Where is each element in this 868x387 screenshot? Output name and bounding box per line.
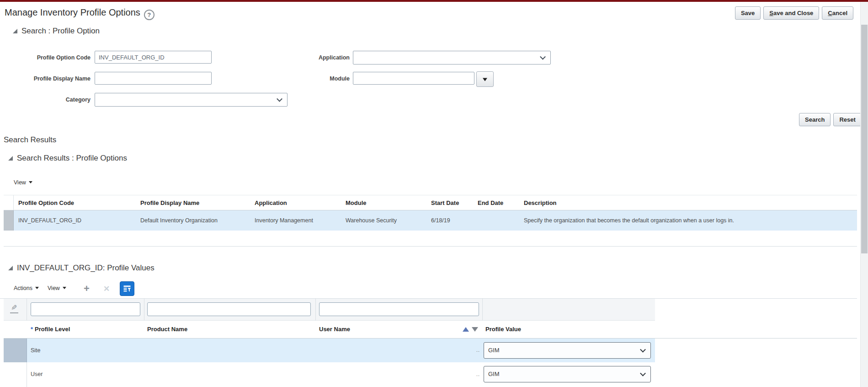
caret-down-icon	[63, 287, 66, 289]
caret-down-icon	[29, 181, 32, 183]
category-label: Category	[0, 93, 91, 107]
search-section-header: Search : Profile Option	[13, 27, 100, 36]
cell-description: Specify the organization that becomes th…	[519, 210, 857, 231]
cell-profile-option-code: INV_DEFAULT_ORG_ID	[14, 210, 136, 231]
profile-values-toolbar: Actions View + ✕	[0, 279, 857, 299]
profile-values-section-header: INV_DEFAULT_ORG_ID: Profile Values	[8, 263, 154, 273]
search-results-title: Search Results	[4, 135, 56, 145]
cell-profile-display-name: Default Inventory Organization	[136, 210, 250, 231]
pv-view-menu-label: View	[48, 285, 60, 291]
cell-start-date: 6/18/19	[426, 210, 473, 231]
results-table-header-row: Profile Option Code Profile Display Name…	[4, 195, 857, 210]
cancel-button[interactable]: Cancel	[822, 6, 853, 20]
collapse-triangle-icon[interactable]	[8, 156, 13, 161]
column-header-end-date: End Date	[473, 195, 519, 210]
profile-option-code-input[interactable]	[95, 51, 212, 64]
cell-end-date	[473, 210, 519, 231]
collapse-triangle-icon[interactable]	[13, 29, 17, 33]
vertical-scrollbar-thumb[interactable]	[861, 25, 868, 253]
cancel-label: ancel	[832, 10, 847, 16]
truncated-ellipsis: ..	[476, 371, 480, 377]
truncated-ellipsis: ..	[476, 347, 480, 353]
cell-profile-level: User	[31, 362, 43, 386]
edit-filter-icon-underline	[10, 312, 18, 313]
row-selector-cell[interactable]	[4, 362, 27, 387]
header-actions: Save Save and Close Cancel	[735, 6, 853, 20]
profile-display-name-input[interactable]	[95, 72, 212, 85]
filter-profile-level-input[interactable]	[31, 302, 140, 316]
profile-option-code-label: Profile Option Code	[0, 51, 91, 64]
column-header-profile-option-code: Profile Option Code	[14, 195, 136, 210]
module-input[interactable]	[353, 72, 474, 85]
profile-values-header-row: *Profile Level Product Name User Name Pr…	[4, 321, 857, 339]
results-table-row-selected[interactable]: INV_DEFAULT_ORG_ID Default Inventory Org…	[4, 210, 857, 231]
profile-values-title: INV_DEFAULT_ORG_ID: Profile Values	[17, 263, 154, 272]
application-select[interactable]	[353, 51, 551, 64]
module-dropdown-button[interactable]	[476, 71, 494, 87]
cell-application: Inventory Management	[250, 210, 341, 231]
dropdown-triangle-icon	[483, 78, 487, 81]
save-and-close-button[interactable]: Save and Close	[763, 6, 819, 20]
edit-filter-icon: ✎	[11, 303, 17, 312]
add-row-icon[interactable]: +	[84, 283, 90, 295]
results-section-title: Search Results : Profile Options	[17, 154, 127, 162]
results-view-menu-label: View	[14, 179, 26, 186]
filter-user-name-input[interactable]	[319, 302, 479, 316]
results-table: Profile Option Code Profile Display Name…	[4, 195, 857, 247]
filter-product-name-input[interactable]	[147, 302, 311, 316]
results-view-menu[interactable]: View	[14, 179, 32, 186]
profile-value-selected-option: GIM	[488, 347, 500, 354]
reset-button[interactable]: Reset	[833, 113, 861, 126]
page-title-text: Manage Inventory Profile Options	[5, 7, 140, 17]
profile-value-selected-option: GIM	[488, 371, 500, 377]
profile-value-select[interactable]: GIM	[484, 342, 651, 359]
profile-value-select[interactable]: GIM	[484, 366, 651, 382]
caret-down-icon	[35, 287, 39, 289]
manage-inventory-profile-options-page: Manage Inventory Profile Options? Save S…	[0, 0, 868, 387]
profile-level-header-label: Profile Level	[35, 326, 70, 333]
application-label: Application	[299, 51, 350, 64]
cancel-accesskey: C	[828, 10, 832, 16]
column-header-profile-level: *Profile Level	[31, 321, 70, 338]
actions-menu-label: Actions	[14, 285, 32, 291]
row-selector-cell[interactable]	[4, 210, 14, 231]
cell-module: Warehouse Security	[341, 210, 426, 231]
profile-values-table: ✎ *Profile Level Product Name User Name …	[4, 299, 857, 387]
required-marker: *	[31, 326, 33, 333]
column-divider	[315, 299, 316, 320]
pv-view-menu[interactable]: View	[48, 285, 66, 291]
chevron-down-icon	[640, 371, 646, 376]
column-header-user-name: User Name	[319, 321, 350, 338]
search-form-actions: Search Reset	[799, 113, 862, 126]
help-icon[interactable]: ?	[144, 10, 154, 20]
row-selector-cell[interactable]	[4, 339, 27, 362]
column-header-profile-value: Profile Value	[485, 321, 521, 338]
search-section-title: Search : Profile Option	[21, 27, 100, 35]
column-header-module: Module	[341, 195, 426, 210]
save-button[interactable]: Save	[735, 6, 761, 20]
column-divider	[27, 299, 27, 320]
save-and-close-accesskey: S	[769, 10, 773, 16]
vertical-scrollbar-track[interactable]	[860, 2, 868, 387]
top-accent-bar	[0, 0, 868, 2]
collapse-triangle-icon[interactable]	[8, 266, 13, 270]
save-and-close-label: ave and Close	[773, 10, 813, 16]
sort-ascending-icon[interactable]	[463, 327, 469, 332]
profile-display-name-label: Profile Display Name	[0, 72, 91, 86]
column-divider	[482, 299, 483, 320]
profile-value-row-site[interactable]: Site .. GIM	[4, 339, 655, 362]
row-selector-header-cell	[4, 195, 14, 210]
actions-menu[interactable]: Actions	[14, 285, 39, 291]
column-header-profile-display-name: Profile Display Name	[136, 195, 250, 210]
sort-descending-icon[interactable]	[472, 327, 478, 332]
column-header-start-date: Start Date	[426, 195, 473, 210]
column-header-description: Description	[519, 195, 857, 210]
search-button[interactable]: Search	[799, 113, 831, 126]
column-header-application: Application	[250, 195, 341, 210]
category-select[interactable]	[95, 93, 288, 107]
column-header-product-name: Product Name	[147, 321, 187, 338]
module-label: Module	[299, 72, 350, 86]
results-section-header: Search Results : Profile Options	[8, 154, 127, 163]
profile-value-row-user[interactable]: User .. GIM	[4, 362, 655, 387]
query-by-example-button[interactable]	[120, 281, 134, 296]
